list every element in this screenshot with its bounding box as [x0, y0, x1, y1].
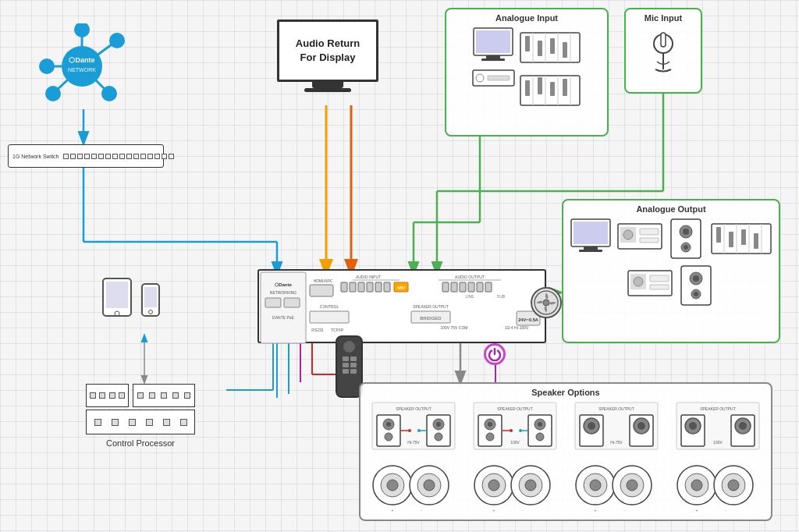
svg-rect-114: [358, 282, 364, 292]
svg-text:SPEAKER OUTPUT: SPEAKER OUTPUT: [497, 406, 533, 411]
speaker-right-icon: [667, 218, 706, 261]
speaker-pair-2: SPEAKER OUTPUT 100V: [472, 401, 558, 452]
control-processor: Control Processor: [86, 384, 195, 448]
svg-text:NETWORKING: NETWORKING: [270, 290, 297, 295]
svg-point-170: [510, 429, 513, 432]
svg-rect-122: [442, 282, 449, 292]
svg-point-80: [683, 229, 689, 235]
monitor-base: [304, 88, 351, 92]
svg-rect-89: [729, 232, 733, 247]
remote-buttons: [343, 356, 357, 374]
svg-rect-126: [477, 282, 483, 292]
svg-text:1Ω-4 HI-100V: 1Ω-4 HI-100V: [505, 325, 529, 330]
analogue-input-title: Analogue Input: [450, 13, 603, 23]
network-switch: 1G Network Switch: [8, 144, 164, 168]
svg-point-155: [408, 429, 411, 432]
svg-rect-134: [310, 311, 349, 323]
svg-point-99: [693, 275, 699, 282]
svg-rect-123: [451, 282, 457, 292]
svg-text:DANTE PoE: DANTE PoE: [272, 315, 294, 320]
svg-point-29: [39, 59, 55, 74]
svg-rect-37: [106, 282, 128, 308]
speaker-options-box: Speaker Options SPEAKER OUTPUT: [359, 382, 772, 521]
svg-rect-72: [579, 250, 602, 252]
svg-rect-68: [661, 33, 666, 47]
mic-input-title: Mic Input: [645, 13, 682, 23]
svg-point-201: [488, 480, 499, 491]
svg-point-94: [634, 277, 643, 286]
svg-point-30: [45, 86, 61, 101]
svg-point-151: [436, 422, 441, 427]
phone-icon: [140, 282, 161, 317]
svg-text:-: -: [522, 508, 524, 512]
subwoofer-1: SPEAKER OUTPUT Hi-75V: [574, 401, 659, 452]
svg-rect-112: [341, 282, 347, 292]
av-receiver-icon: [616, 218, 663, 253]
svg-rect-113: [350, 282, 356, 292]
mixer-small-icon: [519, 27, 581, 66]
svg-rect-54: [563, 42, 567, 58]
svg-text:SUB: SUB: [497, 294, 506, 299]
svg-rect-65: [550, 82, 555, 96]
audio-return-text: Audio ReturnFor Display: [296, 37, 360, 65]
diagram-container: ⬡Dante NETWORK 1G Network Switch: [0, 0, 799, 532]
svg-text:100V: 100V: [714, 440, 723, 445]
display-monitor: Audio ReturnFor Display: [273, 20, 382, 105]
control-processor-label: Control Processor: [106, 438, 175, 448]
svg-text:⬡Dante: ⬡Dante: [275, 282, 292, 287]
svg-point-162: [488, 422, 492, 427]
svg-rect-70: [574, 222, 608, 244]
svg-rect-51: [525, 36, 530, 51]
power-icon: [488, 347, 502, 361]
analogue-output-devices: [567, 218, 775, 307]
svg-text:+: +: [492, 508, 495, 512]
svg-text:SPEAKER OUTPUT: SPEAKER OUTPUT: [413, 304, 449, 309]
dante-network-icon: ⬡Dante NETWORK: [39, 23, 125, 109]
speaker-options-title: Speaker Options: [364, 388, 767, 397]
bluray-icon: [472, 69, 515, 87]
mic-icon: [646, 27, 681, 81]
svg-point-206: [525, 480, 536, 491]
svg-rect-76: [640, 229, 659, 235]
svg-text:-: -: [421, 508, 422, 512]
svg-text:SPEAKER OUTPUT: SPEAKER OUTPUT: [701, 406, 737, 411]
svg-point-101: [694, 292, 698, 296]
speaker-bottom-row: + - + - + -: [364, 456, 767, 514]
svg-rect-109: [310, 285, 333, 296]
output-receiver2-icon: [627, 264, 673, 300]
svg-point-189: [739, 422, 747, 430]
ceiling-speaker-4: + -: [675, 456, 761, 514]
svg-point-186: [689, 422, 697, 430]
svg-point-198: [424, 480, 435, 491]
svg-text:-: -: [623, 508, 625, 512]
tablet-icon: [101, 277, 133, 317]
analogue-input-box: Analogue Input: [445, 8, 609, 137]
svg-rect-91: [754, 233, 758, 249]
tablet-phone-group: [101, 277, 161, 317]
svg-point-209: [590, 480, 601, 491]
fan-unit: [531, 287, 562, 318]
svg-rect-53: [550, 38, 555, 54]
svg-point-177: [588, 422, 595, 430]
monitor-small-icon: [472, 27, 515, 62]
svg-text:100V 75V COM: 100V 75V COM: [440, 325, 467, 330]
svg-text:LINE: LINE: [465, 294, 474, 299]
svg-point-142: [543, 300, 549, 306]
svg-rect-117: [384, 282, 390, 292]
svg-point-180: [637, 422, 645, 430]
analogue-output-title: Analogue Output: [567, 204, 775, 214]
svg-point-171: [519, 429, 522, 432]
svg-point-163: [486, 433, 494, 441]
power-button[interactable]: [484, 343, 506, 365]
subwoofer-2: SPEAKER OUTPUT 100V: [675, 401, 761, 452]
ceiling-speaker-1: + -: [371, 456, 456, 514]
svg-point-147: [386, 422, 391, 427]
svg-point-222: [728, 480, 739, 491]
svg-rect-71: [584, 246, 598, 250]
svg-rect-88: [716, 227, 721, 243]
svg-text:CONTROL: CONTROL: [320, 304, 339, 309]
switch-ports: [63, 154, 174, 159]
svg-point-217: [691, 480, 702, 491]
svg-point-32: [109, 33, 125, 48]
svg-point-156: [417, 429, 421, 432]
